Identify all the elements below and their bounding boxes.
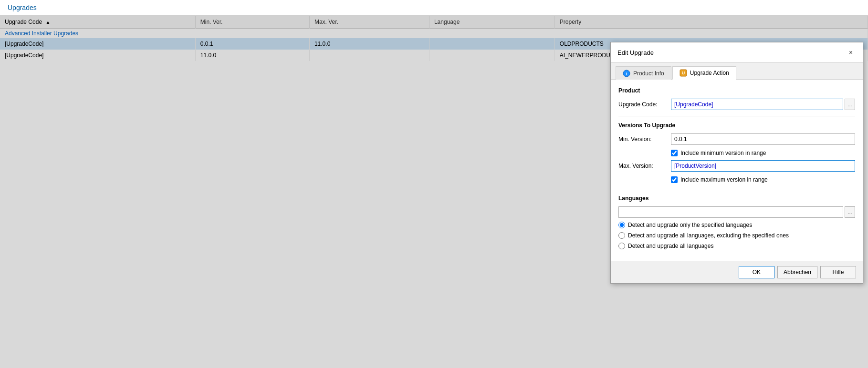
cancel-button[interactable]: Abbrechen xyxy=(777,266,817,278)
tab-upgrade-action[interactable]: U Upgrade Action xyxy=(672,66,736,80)
svg-text:i: i xyxy=(626,72,627,76)
versions-section-title: Versions To Upgrade xyxy=(618,122,855,129)
radio-specified-languages[interactable] xyxy=(618,222,625,228)
separator-1 xyxy=(618,116,855,116)
upgrade-code-input[interactable] xyxy=(671,99,843,110)
separator-2 xyxy=(618,189,855,189)
info-icon: i xyxy=(623,70,630,77)
include-max-checkbox[interactable] xyxy=(671,176,678,183)
max-version-input[interactable] xyxy=(671,160,855,172)
min-version-input-wrap xyxy=(671,133,855,145)
tab-upgrade-action-label: Upgrade Action xyxy=(690,70,729,76)
upgrade-code-label: Upgrade Code: xyxy=(618,101,671,108)
radio-exclude-specified[interactable] xyxy=(618,232,625,239)
upgrade-code-input-wrap: ... xyxy=(671,99,855,110)
max-version-row: Max. Version: xyxy=(618,160,855,172)
languages-browse-button[interactable]: ... xyxy=(845,206,855,218)
page-title: Upgrades xyxy=(0,0,868,16)
max-version-label: Max. Version: xyxy=(618,163,671,169)
edit-upgrade-dialog: Edit Upgrade × i Product Info xyxy=(610,42,863,284)
dialog-overlay: Edit Upgrade × i Product Info xyxy=(0,16,868,368)
languages-input-row: ... xyxy=(618,206,855,218)
radio-all-languages[interactable] xyxy=(618,243,625,249)
languages-section-title: Languages xyxy=(618,195,855,202)
main-page: Upgrades Upgrade Code ▲ Min. Ver. Max. V… xyxy=(0,0,868,368)
min-version-row: Min. Version: xyxy=(618,133,855,145)
dialog-content: Product Upgrade Code: ... Versions To Up… xyxy=(611,80,863,261)
dialog-titlebar: Edit Upgrade × xyxy=(611,42,863,63)
include-min-checkbox[interactable] xyxy=(671,150,678,156)
include-max-row: Include maximum version in range xyxy=(671,176,855,183)
radio-row-2: Detect and upgrade all languages, exclud… xyxy=(618,232,855,239)
min-version-label: Min. Version: xyxy=(618,136,671,143)
dialog-footer: OK Abbrechen Hilfe xyxy=(611,261,863,283)
table-area: Upgrade Code ▲ Min. Ver. Max. Ver. Langu… xyxy=(0,16,868,368)
product-section-title: Product xyxy=(618,87,855,94)
languages-section: ... Detect and upgrade only the specifie… xyxy=(618,206,855,249)
radio-exclude-specified-label: Detect and upgrade all languages, exclud… xyxy=(628,232,789,239)
tab-product-info-label: Product Info xyxy=(633,70,664,77)
min-version-input[interactable] xyxy=(671,133,855,145)
radio-all-languages-label: Detect and upgrade all languages xyxy=(628,243,713,249)
include-min-row: Include minimum version in range xyxy=(671,150,855,156)
upgrade-icon: U xyxy=(680,69,687,77)
upgrade-code-row: Upgrade Code: ... xyxy=(618,99,855,110)
dialog-title: Edit Upgrade xyxy=(617,49,654,56)
dialog-tabs: i Product Info U Upgrade Action xyxy=(611,63,863,80)
max-version-input-wrap xyxy=(671,160,855,172)
radio-row-3: Detect and upgrade all languages xyxy=(618,243,855,249)
ok-button[interactable]: OK xyxy=(739,266,774,278)
help-button[interactable]: Hilfe xyxy=(820,266,856,278)
radio-row-1: Detect and upgrade only the specified la… xyxy=(618,222,855,228)
tab-product-info[interactable]: i Product Info xyxy=(616,66,671,80)
languages-input[interactable] xyxy=(618,206,843,218)
upgrade-code-browse-button[interactable]: ... xyxy=(845,99,855,110)
include-min-label: Include minimum version in range xyxy=(680,150,766,156)
svg-text:U: U xyxy=(681,71,685,75)
radio-specified-languages-label: Detect and upgrade only the specified la… xyxy=(628,222,752,228)
include-max-label: Include maximum version in range xyxy=(680,176,768,183)
close-button[interactable]: × xyxy=(846,47,856,58)
